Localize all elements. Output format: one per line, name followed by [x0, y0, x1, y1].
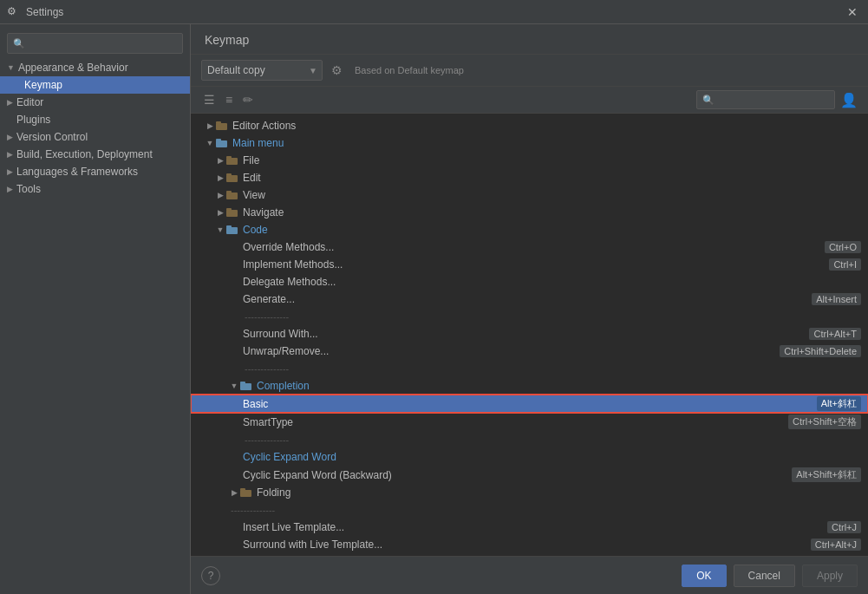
tree-row-override-methods[interactable]: Override Methods... Ctrl+O [191, 238, 868, 256]
sidebar-search-box[interactable]: 🔍 [7, 33, 183, 54]
arrow-editor-actions: ▶ [205, 121, 215, 130]
arrow-view: ▶ [215, 191, 225, 199]
svg-rect-12 [226, 227, 238, 234]
tree-row-insert-live[interactable]: Insert Live Template... Ctrl+J [191, 519, 868, 536]
svg-rect-16 [240, 490, 251, 497]
edit-icon[interactable]: ✏ [240, 91, 256, 108]
expand-all-icon[interactable]: ☰ [201, 91, 218, 108]
tree-row-generate[interactable]: Generate... Alt+Insert [191, 290, 868, 308]
sidebar-item-plugins[interactable]: ▶ Plugins [0, 111, 190, 128]
tree-row-view[interactable]: ▶ View [191, 186, 868, 204]
row-label-unwrap: Unwrap/Remove... [243, 345, 780, 357]
row-label-code: Code [243, 224, 861, 236]
ok-button[interactable]: OK [682, 565, 726, 587]
tree-row-surround-with[interactable]: Surround With... Ctrl+Alt+T [191, 325, 868, 343]
apply-button[interactable]: Apply [802, 565, 858, 587]
sidebar-search-input[interactable] [29, 37, 177, 49]
tree-row-edit[interactable]: ▶ Edit [191, 169, 868, 186]
sidebar-item-appearance[interactable]: ▼ Appearance & Behavior [0, 59, 190, 76]
tree-row-folding[interactable]: ▶ Folding [191, 484, 868, 501]
sidebar-item-keymap[interactable]: Keymap [0, 76, 190, 94]
tree-row-code[interactable]: ▼ Code [191, 221, 868, 238]
row-label-implement-methods: Implement Methods... [243, 258, 829, 271]
tree-row-sep1: -------------- [191, 308, 868, 325]
tree-row-editor-actions[interactable]: ▶ Editor Actions [191, 117, 868, 134]
row-label-smart-type: SmartType [243, 416, 788, 428]
arrow-file: ▶ [215, 156, 225, 165]
settings-window: ⚙ Settings ✕ 🔍 ▼ Appearance & Behavior K… [0, 0, 868, 594]
keymap-dropdown-wrapper[interactable]: Default copy ▼ [201, 60, 323, 81]
tools-arrow: ▶ [7, 185, 13, 193]
folder-icon-folding [239, 486, 253, 499]
help-button[interactable]: ? [201, 566, 220, 585]
row-label-basic: Basic [243, 398, 817, 410]
shortcut-surround-with: Ctrl+Alt+T [809, 328, 861, 340]
separator-1: -------------- [243, 311, 861, 322]
arrow-edit: ▶ [215, 173, 225, 182]
sidebar-item-appearance-label: Appearance & Behavior [18, 62, 128, 74]
title-bar-text: Settings [26, 6, 63, 18]
appearance-arrow: ▼ [7, 63, 15, 72]
sidebar-item-languages[interactable]: ▶ Languages & Frameworks [0, 163, 190, 180]
tree-row-cyclic-expand-back[interactable]: Cyclic Expand Word (Backward) Alt+Shift+… [191, 466, 868, 484]
arrow-main-menu: ▼ [205, 139, 215, 147]
shortcut-insert-live: Ctrl+J [827, 521, 861, 533]
shortcut-unwrap: Ctrl+Shift+Delete [780, 345, 861, 357]
row-label-generate: Generate... [243, 293, 812, 305]
row-label-delegate-methods: Delegate Methods... [243, 276, 861, 288]
sidebar-item-languages-label: Languages & Frameworks [16, 166, 138, 178]
svg-rect-10 [226, 210, 238, 217]
sidebar-item-editor[interactable]: ▶ Editor [0, 94, 190, 111]
tree-row-cyclic-expand[interactable]: Cyclic Expand Word [191, 448, 868, 466]
folder-icon-editor-actions [215, 120, 229, 132]
svg-rect-9 [226, 191, 232, 193]
tree-row-navigate[interactable]: ▶ Navigate [191, 204, 868, 221]
svg-rect-14 [240, 383, 251, 390]
folder-icon-edit [225, 172, 239, 184]
sidebar-item-version-control[interactable]: ▶ Version Control [0, 128, 190, 146]
shortcut-cyclic-expand-back: Alt+Shift+斜杠 [792, 467, 861, 482]
svg-rect-15 [240, 382, 245, 384]
tree-row-unwrap[interactable]: Unwrap/Remove... Ctrl+Shift+Delete [191, 343, 868, 360]
tree-row-completion[interactable]: ▼ Completion [191, 377, 868, 395]
svg-rect-4 [226, 158, 238, 165]
person-icon[interactable]: 👤 [840, 92, 858, 108]
svg-rect-3 [216, 139, 221, 141]
row-label-surround-live: Surround with Live Template... [243, 539, 811, 551]
svg-rect-0 [216, 123, 227, 130]
tree-row-delegate-methods[interactable]: Delegate Methods... [191, 273, 868, 290]
languages-arrow: ▶ [7, 167, 13, 176]
tree-row-file[interactable]: ▶ File [191, 152, 868, 169]
row-label-editor-actions: Editor Actions [232, 120, 861, 132]
keymap-toolbar: ☰ ≡ ✏ 🔍 👤 [191, 87, 868, 114]
folder-icon-navigate [225, 206, 239, 219]
svg-rect-17 [240, 488, 245, 491]
tree-row-main-menu[interactable]: ▼ Main menu [191, 134, 868, 152]
keymap-search-box[interactable]: 🔍 [696, 90, 835, 109]
search-right-area: 🔍 👤 [696, 90, 858, 109]
sidebar-item-plugins-label: Plugins [16, 114, 50, 126]
tree-row-sep3: -------------- [191, 431, 868, 448]
svg-rect-1 [216, 121, 221, 124]
row-label-completion: Completion [257, 380, 861, 392]
collapse-all-icon[interactable]: ≡ [223, 91, 235, 108]
sidebar-item-editor-label: Editor [16, 96, 43, 108]
cancel-button[interactable]: Cancel [734, 565, 795, 587]
shortcut-override-methods: Ctrl+O [825, 241, 861, 253]
tree-row-implement-methods[interactable]: Implement Methods... Ctrl+I [191, 256, 868, 273]
arrow-navigate: ▶ [215, 208, 225, 217]
tree-row-basic[interactable]: Basic Alt+斜杠 [191, 395, 868, 413]
tree-row-sep4: -------------- [191, 501, 868, 519]
gear-icon[interactable]: ⚙ [330, 62, 344, 79]
sidebar-item-tools[interactable]: ▶ Tools [0, 180, 190, 198]
folder-icon-view [225, 189, 239, 201]
tree-row-surround-live[interactable]: Surround with Live Template... Ctrl+Alt+… [191, 536, 868, 553]
row-label-file: File [243, 154, 861, 166]
tree-row-smart-type[interactable]: SmartType Ctrl+Shift+空格 [191, 413, 868, 431]
arrow-code: ▼ [215, 225, 225, 234]
close-button[interactable]: ✕ [844, 5, 861, 19]
sidebar-item-tools-label: Tools [16, 183, 41, 195]
keymap-dropdown[interactable]: Default copy [201, 60, 323, 81]
keymap-search-input[interactable] [718, 94, 829, 106]
sidebar-item-build[interactable]: ▶ Build, Execution, Deployment [0, 146, 190, 163]
